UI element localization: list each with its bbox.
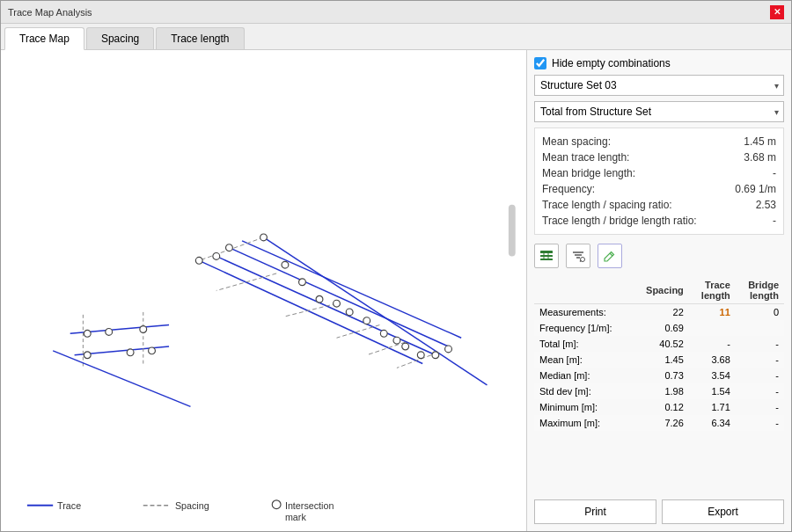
svg-point-31 — [346, 309, 353, 316]
toolbar-row — [534, 240, 784, 272]
trace-map-svg: Trace Spacing Intersection mark — [1, 50, 526, 531]
cell-minimum-spacing: 0.12 — [632, 399, 689, 415]
col-header-spacing: Spacing — [632, 277, 689, 304]
svg-point-8 — [84, 352, 91, 359]
cell-frequency-trace — [689, 320, 736, 336]
bottom-buttons: Print Export — [534, 499, 784, 524]
table-row-measurements: Measurements: 22 11 0 — [534, 304, 784, 321]
cell-median-trace: 3.54 — [689, 368, 736, 383]
right-panel: Hide empty combinations Structure Set 01… — [527, 50, 791, 531]
export-button[interactable]: Export — [662, 499, 784, 524]
svg-point-38 — [445, 346, 452, 353]
svg-rect-48 — [540, 255, 553, 257]
hide-empty-checkbox[interactable] — [534, 57, 546, 69]
svg-point-32 — [363, 317, 370, 324]
svg-text:Intersection: Intersection — [285, 500, 334, 511]
svg-rect-46 — [509, 205, 516, 257]
svg-rect-47 — [540, 251, 553, 253]
cell-minimum-label: Minimum [m]: — [534, 399, 632, 415]
stat-trace-bridge-ratio: Trace length / bridge length ratio: - — [542, 213, 776, 229]
edit-button[interactable] — [598, 244, 622, 268]
svg-point-33 — [380, 330, 387, 337]
svg-point-26 — [195, 257, 202, 264]
cell-measurements-trace: 11 — [689, 304, 736, 321]
svg-point-29 — [316, 295, 323, 302]
cell-total-bridge: - — [736, 336, 784, 352]
svg-text:Trace: Trace — [57, 500, 81, 511]
data-table-container: Spacing Tracelength Bridgelength Measure… — [534, 277, 784, 494]
cell-stddev-spacing: 1.98 — [632, 383, 689, 399]
svg-point-25 — [213, 253, 220, 260]
table-row-maximum: Maximum [m]: 7.26 6.34 - — [534, 415, 784, 431]
svg-point-36 — [417, 352, 424, 359]
stats-section: Mean spacing: 1.45 m Mean trace length: … — [534, 128, 784, 235]
cell-minimum-trace: 1.71 — [689, 399, 736, 415]
cell-stddev-label: Std dev [m]: — [534, 383, 632, 399]
cell-measurements-spacing: 22 — [632, 304, 689, 321]
structure-set-dropdown[interactable]: Structure Set 01 Structure Set 02 Struct… — [534, 75, 784, 96]
svg-point-43 — [272, 500, 281, 509]
col-header-label — [534, 277, 632, 304]
svg-point-5 — [84, 330, 91, 337]
cell-frequency-bridge — [736, 320, 784, 336]
structure-set-dropdown-wrapper: Structure Set 01 Structure Set 02 Struct… — [534, 75, 784, 96]
svg-point-28 — [299, 279, 306, 286]
tab-trace-length[interactable]: Trace length — [156, 27, 244, 49]
svg-point-7 — [140, 326, 147, 333]
stat-mean-bridge: Mean bridge length: - — [542, 165, 776, 181]
stat-trace-spacing-ratio: Trace length / spacing ratio: 2.53 — [542, 197, 776, 213]
svg-point-27 — [282, 261, 289, 268]
left-panel: Trace Spacing Intersection mark — [1, 50, 527, 531]
title-bar: Trace Map Analysis ✕ — [1, 1, 791, 24]
cell-mean-trace: 3.68 — [689, 352, 736, 368]
svg-point-24 — [226, 244, 233, 251]
cell-frequency-label: Frequency [1/m]: — [534, 320, 632, 336]
tab-bar: Trace Map Spacing Trace length — [1, 24, 791, 50]
stat-frequency: Frequency: 0.69 1/m — [542, 181, 776, 197]
col-header-bridge: Bridgelength — [736, 277, 784, 304]
svg-text:mark: mark — [285, 512, 306, 522]
cell-median-bridge: - — [736, 368, 784, 383]
svg-point-23 — [260, 234, 268, 241]
cell-mean-bridge: - — [736, 352, 784, 368]
table-row-median: Median [m]: 0.73 3.54 - — [534, 368, 784, 383]
svg-point-10 — [149, 347, 156, 354]
svg-point-30 — [334, 300, 341, 307]
cell-minimum-bridge: - — [736, 399, 784, 415]
close-button[interactable]: ✕ — [770, 5, 784, 19]
table-row-minimum: Minimum [m]: 0.12 1.71 - — [534, 399, 784, 415]
total-from-dropdown-wrapper: Total from Structure Set From Structure — [534, 101, 784, 122]
cell-mean-spacing: 1.45 — [632, 352, 689, 368]
cell-frequency-spacing: 0.69 — [632, 320, 689, 336]
table-row-mean: Mean [m]: 1.45 3.68 - — [534, 352, 784, 368]
stat-mean-spacing: Mean spacing: 1.45 m — [542, 134, 776, 149]
cell-mean-label: Mean [m]: — [534, 352, 632, 368]
cell-total-trace: - — [689, 336, 736, 352]
tab-trace-map[interactable]: Trace Map — [4, 27, 84, 50]
cell-measurements-bridge: 0 — [736, 304, 784, 321]
data-table: Spacing Tracelength Bridgelength Measure… — [534, 277, 784, 431]
table-row-stddev: Std dev [m]: 1.98 1.54 - — [534, 383, 784, 399]
col-header-trace: Tracelength — [689, 277, 736, 304]
hide-empty-row: Hide empty combinations — [534, 57, 784, 69]
svg-point-9 — [127, 349, 134, 356]
svg-point-6 — [106, 328, 113, 335]
cell-stddev-bridge: - — [736, 383, 784, 399]
cell-median-spacing: 0.73 — [632, 368, 689, 383]
table-row-frequency: Frequency [1/m]: 0.69 — [534, 320, 784, 336]
window-title: Trace Map Analysis — [8, 7, 92, 18]
total-from-dropdown[interactable]: Total from Structure Set From Structure — [534, 101, 784, 122]
table-row-total: Total [m]: 40.52 - - — [534, 336, 784, 352]
cell-median-label: Median [m]: — [534, 368, 632, 383]
hide-empty-label: Hide empty combinations — [552, 57, 671, 69]
print-button[interactable]: Print — [534, 499, 656, 524]
table-view-button[interactable] — [534, 244, 559, 268]
svg-point-37 — [432, 352, 439, 359]
tab-spacing[interactable]: Spacing — [86, 27, 154, 49]
cell-measurements-label: Measurements: — [534, 304, 632, 321]
svg-rect-49 — [540, 259, 553, 260]
cell-stddev-trace: 1.54 — [689, 383, 736, 399]
filter-button[interactable] — [566, 244, 590, 268]
main-window: Trace Map Analysis ✕ Trace Map Spacing T… — [0, 0, 792, 532]
svg-line-57 — [610, 253, 612, 256]
